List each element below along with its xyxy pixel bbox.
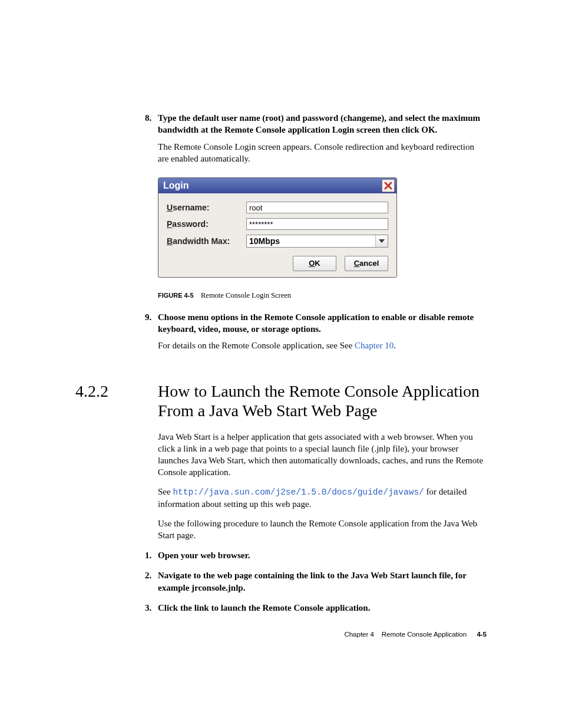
step-number: 2.: [145, 569, 151, 581]
paragraph: Use the following procedure to launch th…: [158, 518, 487, 542]
bandwidth-select[interactable]: 10Mbps: [246, 235, 388, 248]
figure-title: Remote Console Login Screen: [201, 291, 291, 299]
step-number: 9.: [145, 311, 151, 323]
step-instruction: Open your web browser.: [158, 551, 250, 560]
close-icon: [384, 182, 392, 190]
password-input[interactable]: [246, 218, 388, 230]
svg-marker-2: [379, 239, 385, 243]
step-instruction: Click the link to launch the Remote Cons…: [158, 603, 370, 612]
step-number: 1.: [145, 549, 151, 561]
procedure-step-3: 3. Click the link to launch the Remote C…: [158, 602, 487, 614]
section-number: 4.2.2: [75, 380, 158, 403]
paragraph: See http://java.sun.com/j2se/1.5.0/docs/…: [158, 486, 487, 510]
footer-chapter: Chapter 4: [344, 631, 374, 638]
section-heading: 4.2.2 How to Launch the Remote Console A…: [75, 380, 487, 420]
step-instruction: Type the default user name (root) and pa…: [158, 113, 480, 134]
username-input[interactable]: [246, 202, 388, 213]
procedure-step-1: 1. Open your web browser.: [158, 549, 487, 561]
section-title: How to Launch the Remote Console Applica…: [158, 381, 487, 420]
step-number: 8.: [145, 112, 151, 124]
close-button[interactable]: [382, 179, 395, 192]
bandwidth-value: 10Mbps: [247, 235, 375, 247]
login-title-text: Login: [163, 179, 189, 192]
cancel-button[interactable]: Cancel: [345, 256, 388, 271]
page-footer: Chapter 4 Remote Console Application 4-5: [344, 630, 487, 640]
figure-login-screen: Login Username: Password:: [158, 177, 487, 301]
step-instruction: Navigate to the web page containing the …: [158, 571, 467, 592]
step-number: 3.: [145, 602, 151, 614]
step-note: For details on the Remote Console applic…: [158, 340, 487, 351]
username-row: Username:: [167, 202, 388, 213]
figure-caption: FIGURE 4-5 Remote Console Login Screen: [158, 291, 487, 301]
chapter-link[interactable]: Chapter 10: [355, 341, 394, 350]
login-dialog: Login Username: Password:: [158, 177, 397, 278]
password-label: Password:: [167, 219, 246, 230]
step-9: 9. Choose menu options in the Remote Con…: [158, 311, 487, 352]
step-8: 8. Type the default user name (root) and…: [158, 112, 487, 164]
login-titlebar: Login: [158, 178, 396, 193]
paragraph: Java Web Start is a helper application t…: [158, 431, 487, 479]
bandwidth-row: Bandwidth Max: 10Mbps: [167, 235, 388, 248]
username-label: Username:: [167, 202, 246, 213]
procedure-step-2: 2. Navigate to the web page containing t…: [158, 569, 487, 594]
ok-button[interactable]: OK: [293, 256, 336, 271]
chevron-down-icon: [375, 235, 388, 247]
password-row: Password:: [167, 218, 388, 230]
bandwidth-label: Bandwidth Max:: [167, 236, 246, 247]
step-instruction: Choose menu options in the Remote Consol…: [158, 312, 474, 334]
footer-title: Remote Console Application: [382, 631, 467, 638]
javaws-url-link[interactable]: http://java.sun.com/j2se/1.5.0/docs/guid…: [173, 487, 424, 497]
figure-label: FIGURE 4-5: [158, 292, 194, 299]
footer-page: 4-5: [477, 631, 487, 638]
step-result: The Remote Console Login screen appears.…: [158, 141, 487, 165]
